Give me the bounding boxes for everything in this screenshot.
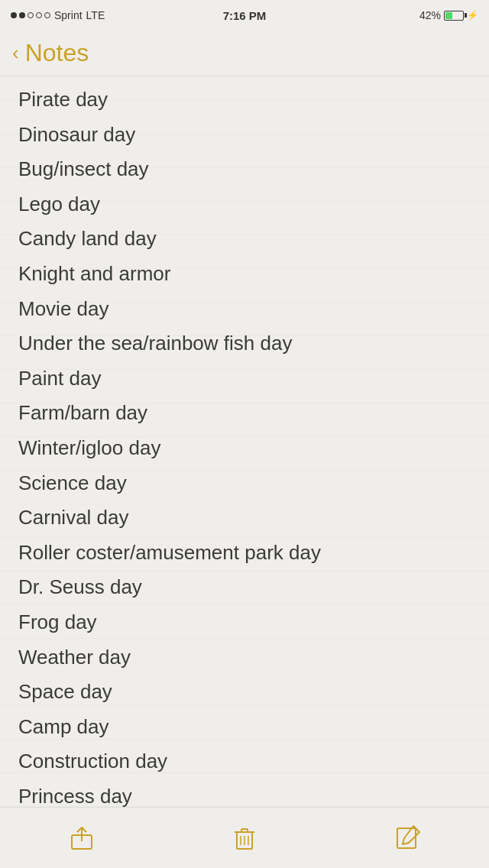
list-item[interactable]: Weather day <box>18 640 471 675</box>
list-item[interactable]: Lego day <box>18 187 471 222</box>
nav-title: Notes <box>25 39 89 67</box>
charging-icon: ⚡ <box>467 10 478 21</box>
share-icon <box>68 824 96 852</box>
signal-dot-2 <box>19 12 25 18</box>
nav-bar: ‹ Notes <box>0 31 489 76</box>
list-item[interactable]: Science day <box>18 466 471 501</box>
back-button[interactable]: ‹ Notes <box>12 39 89 67</box>
share-button[interactable] <box>60 817 103 860</box>
battery-percent: 42% <box>419 9 441 21</box>
list-item[interactable]: Camp day <box>18 710 471 745</box>
signal-dot-3 <box>28 12 34 18</box>
list-item[interactable]: Movie day <box>18 292 471 327</box>
list-item[interactable]: Winter/igloo day <box>18 431 471 466</box>
list-item[interactable]: Construction day <box>18 744 471 779</box>
list-item[interactable]: Carnival day <box>18 500 471 536</box>
signal-dot-5 <box>44 12 50 18</box>
list-item[interactable]: Roller coster/amusement park day <box>18 536 471 571</box>
bottom-toolbar <box>0 807 489 868</box>
trash-icon <box>231 824 258 852</box>
carrier-name: Sprint <box>54 9 83 21</box>
battery-container <box>444 11 464 21</box>
back-chevron-icon: ‹ <box>12 43 19 63</box>
list-item[interactable]: Knight and armor <box>18 257 471 292</box>
status-bar: Sprint LTE 7:16 PM 42% ⚡ <box>0 0 489 31</box>
list-item[interactable]: Under the sea/rainbow fish day <box>18 326 471 361</box>
delete-button[interactable] <box>223 817 266 860</box>
status-right: 42% ⚡ <box>419 9 478 21</box>
list-item[interactable]: Dr. Seuss day <box>18 570 471 605</box>
compose-button[interactable] <box>386 817 429 860</box>
status-time: 7:16 PM <box>223 9 267 22</box>
list-item[interactable]: Space day <box>18 675 471 710</box>
notes-content: Pirate day Dinosaur day Bug/insect day L… <box>0 76 489 868</box>
list-item[interactable]: Dinosaur day <box>18 118 471 153</box>
battery-fill <box>445 12 452 19</box>
list-item[interactable]: Frog day <box>18 605 471 640</box>
compose-icon <box>393 824 421 852</box>
signal-dot-4 <box>36 12 42 18</box>
signal-dots <box>11 12 50 18</box>
list-item[interactable]: Candy land day <box>18 222 471 257</box>
list-item[interactable]: Bug/insect day <box>18 152 471 187</box>
network-type: LTE <box>86 9 105 21</box>
status-left: Sprint LTE <box>11 9 105 21</box>
list-item[interactable]: Farm/barn day <box>18 396 471 431</box>
signal-dot-1 <box>11 12 17 18</box>
list-item[interactable]: Paint day <box>18 361 471 397</box>
list-item[interactable]: Pirate day <box>18 83 471 118</box>
battery-icon <box>444 11 464 21</box>
